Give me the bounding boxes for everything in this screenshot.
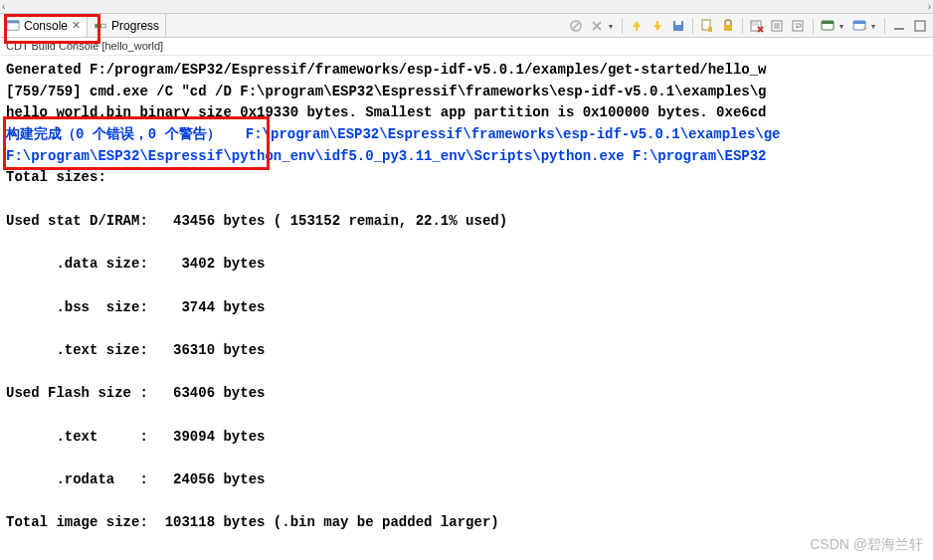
console-line: .data size: 3402 bytes — [6, 254, 927, 276]
wrap-button[interactable] — [790, 17, 808, 35]
tab-console-label: Console — [24, 19, 68, 33]
prev-button[interactable] — [628, 17, 646, 35]
console-line — [6, 405, 927, 427]
scroll-left-icon[interactable]: ‹ — [2, 1, 5, 12]
svg-rect-12 — [724, 25, 732, 31]
clear-button[interactable] — [748, 17, 766, 35]
console-line — [6, 448, 927, 469]
scroll-lock-button[interactable] — [769, 17, 787, 35]
console-subtitle: CDT Build Console [hello_world] — [0, 38, 933, 56]
console-toolbar: ▾ ▾ + ▾ — [567, 14, 929, 38]
remove-button[interactable] — [588, 17, 606, 35]
svg-rect-28 — [894, 28, 904, 30]
display-selected-button[interactable] — [819, 17, 837, 35]
separator — [742, 18, 743, 34]
svg-rect-24 — [822, 21, 834, 24]
cancel-button[interactable] — [567, 17, 585, 35]
svg-rect-3 — [95, 24, 101, 28]
console-line: Used stat D/IRAM: 43456 bytes ( 153152 r… — [6, 211, 927, 233]
svg-line-5 — [572, 22, 580, 30]
open-console-dropdown-icon[interactable]: ▾ — [871, 22, 879, 31]
console-line: Total sizes: — [6, 167, 927, 189]
console-icon — [6, 19, 20, 33]
close-icon[interactable]: ✕ — [72, 19, 81, 32]
console-line — [6, 233, 927, 255]
display-dropdown-icon[interactable]: ▾ — [840, 22, 847, 31]
console-line: Total image size: 103118 bytes (.bin may… — [6, 512, 927, 534]
watermark-text: CSDN @碧海兰轩 — [810, 536, 923, 554]
svg-rect-11 — [708, 27, 712, 32]
tab-console[interactable]: Console ✕ — [0, 14, 88, 37]
console-line: hello_world.bin binary size 0x19330 byte… — [6, 102, 927, 124]
console-line: .bss size: 3744 bytes — [6, 297, 927, 319]
console-line — [6, 318, 927, 340]
maximize-button[interactable] — [911, 17, 929, 35]
tab-progress-label: Progress — [111, 19, 159, 33]
console-line — [6, 276, 927, 297]
remove-dropdown-icon[interactable]: ▾ — [609, 22, 617, 31]
horizontal-scroll-strip: ‹ › — [0, 0, 933, 14]
svg-rect-29 — [915, 21, 925, 31]
lock-button[interactable] — [719, 17, 737, 35]
separator — [692, 18, 693, 34]
svg-rect-9 — [675, 21, 681, 25]
progress-icon — [93, 19, 107, 33]
save-button[interactable] — [669, 17, 687, 35]
console-line — [6, 491, 927, 513]
console-line: [759/759] cmd.exe /C "cd /D F:\program\E… — [6, 82, 927, 103]
console-line — [6, 189, 927, 211]
separator — [813, 18, 814, 34]
console-line: 构建完成（0 个错误，0 个警告） F:\program\ESP32\Espre… — [6, 124, 927, 146]
separator — [884, 18, 885, 34]
separator — [622, 18, 623, 34]
scroll-right-icon[interactable]: › — [928, 1, 931, 12]
console-output: Generated F:/program/ESP32/Espressif/fra… — [0, 56, 933, 538]
console-line: .text : 39094 bytes — [6, 427, 927, 449]
console-line: .rodata : 24056 bytes — [6, 469, 927, 491]
console-line: .text size: 36310 bytes — [6, 340, 927, 362]
console-line — [6, 362, 927, 384]
pin-button[interactable] — [698, 17, 716, 35]
svg-text:+: + — [862, 24, 867, 33]
view-tabbar: Console ✕ Progress ▾ ▾ + ▾ — [0, 14, 933, 38]
tab-progress[interactable]: Progress — [88, 14, 166, 37]
open-console-button[interactable]: + — [850, 17, 868, 35]
next-button[interactable] — [649, 17, 666, 35]
console-line: Generated F:/program/ESP32/Espressif/fra… — [6, 60, 927, 82]
minimize-button[interactable] — [890, 17, 908, 35]
svg-rect-1 — [7, 20, 19, 23]
console-line: Used Flash size : 63406 bytes — [6, 383, 927, 405]
console-line: F:\program\ESP32\Espressif\python_env\id… — [6, 146, 927, 168]
